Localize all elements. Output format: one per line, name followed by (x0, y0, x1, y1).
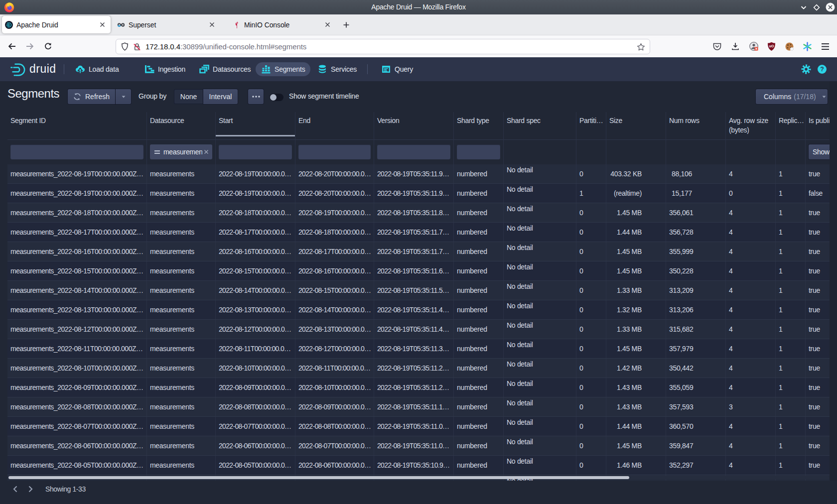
nav-item-query[interactable]: Query (381, 60, 413, 79)
cell-value: 1.45 MB (609, 209, 642, 217)
help-icon[interactable]: ? (817, 64, 827, 74)
table-row[interactable]: measurements_2022-08-14T00:00:00.000Z…me… (7, 281, 830, 300)
filter-input[interactable] (219, 144, 292, 159)
column-header-datasource[interactable]: Datasource (147, 112, 216, 139)
tab-close-button[interactable] (96, 19, 108, 31)
shield-icon[interactable] (121, 42, 129, 52)
table-row[interactable]: measurements_2022-08-09T00:00:00.000Z…me… (7, 378, 830, 397)
column-header-version[interactable]: Version (374, 112, 454, 139)
table-row[interactable]: measurements_2022-08-10T00:00:00.000Z…me… (7, 359, 830, 378)
shield-icon (121, 42, 129, 51)
table-row[interactable]: measurements_2022-08-11T00:00:00.000Z…me… (7, 339, 830, 359)
refresh-dropdown-button[interactable] (116, 89, 131, 104)
table-row[interactable]: measurements_2022-08-19T00:00:00.000Z…me… (7, 184, 830, 203)
druid-wordmark[interactable]: druid (29, 62, 56, 76)
close-icon (324, 21, 331, 28)
filter-input[interactable] (377, 144, 450, 159)
segment-timeline-toggle[interactable] (270, 94, 283, 101)
hamburger-menu-icon (821, 43, 830, 50)
filter-cell (504, 139, 576, 164)
horizontal-scrollbar-thumb[interactable] (8, 476, 629, 479)
table-row[interactable]: measurements_2022-08-07T00:00:00.000Z…me… (7, 417, 830, 436)
column-header-is-published[interactable]: Is published (806, 112, 830, 139)
more-options-button[interactable] (248, 89, 264, 104)
column-header-segment-id[interactable]: Segment ID (7, 112, 147, 139)
horizontal-scrollbar[interactable] (7, 476, 830, 479)
filter-input[interactable] (457, 144, 500, 159)
forward-button[interactable] (22, 38, 38, 54)
column-header-start[interactable]: Start (216, 112, 295, 139)
column-header-shard-type[interactable]: Shard type (454, 112, 504, 139)
columns-button-label: Columns (764, 93, 791, 101)
nav-item-services[interactable]: Services (317, 60, 357, 79)
account-button[interactable] (746, 39, 761, 54)
cell-end: 2022-08-08T00:00:00.0… (295, 417, 374, 436)
new-tab-button[interactable] (339, 18, 353, 32)
back-button[interactable] (4, 38, 20, 54)
table-row[interactable]: measurements_2022-08-18T00:00:00.000Z…me… (7, 203, 830, 223)
cell-version: 2022-08-19T05:35:11.6… (374, 261, 454, 280)
column-header-partiti-[interactable]: Partiti… (576, 112, 606, 139)
datasource-filter-chip[interactable]: measurements (150, 144, 212, 159)
table-row[interactable]: measurements_2022-08-13T00:00:00.000Z…me… (7, 300, 830, 320)
is-published-filter-button[interactable]: Show all (809, 144, 830, 159)
reload-button[interactable] (40, 38, 56, 54)
bookmark-star-button[interactable] (637, 43, 645, 53)
cell-value: 1.42 MB (609, 364, 642, 372)
nav-item-segments[interactable]: Segments (256, 62, 310, 76)
nav-item-ingestion[interactable]: Ingestion (144, 60, 185, 79)
remove-filter-icon[interactable] (203, 149, 209, 155)
menu-button[interactable] (818, 39, 833, 54)
cookie-extension-button[interactable] (782, 39, 797, 54)
downloads-button[interactable] (728, 39, 743, 54)
table-row[interactable]: measurements_2022-08-08T00:00:00.000Z…me… (7, 397, 830, 417)
refresh-button[interactable]: Refresh (68, 89, 115, 104)
cell-datasource: measurements (147, 436, 216, 455)
window-minimize-button[interactable] (798, 2, 809, 12)
cell-value: 357,593 (669, 403, 692, 411)
tab-apache-druid[interactable]: Apache Druid (2, 16, 111, 33)
group-by-none-button[interactable]: None (174, 89, 203, 104)
table-row[interactable]: measurements_2022-08-06T00:00:00.000Z…me… (7, 436, 830, 456)
group-by-interval-button[interactable]: Interval (203, 89, 238, 104)
segments-table: Segment IDDatasourceStartEndVersionShard… (7, 112, 830, 481)
pocket-button[interactable] (709, 39, 724, 54)
nav-item-load-data[interactable]: Load data (75, 60, 119, 79)
next-page-button[interactable] (24, 483, 36, 495)
table-row[interactable]: measurements_2022-08-15T00:00:00.000Z…me… (7, 261, 830, 281)
table-row[interactable]: measurements_2022-08-19T00:00:00.000Z…me… (7, 164, 830, 184)
cell-is-published: true (806, 223, 830, 242)
url-bar[interactable]: 172.18.0.4:30899/unified-console.html#se… (116, 39, 650, 54)
table-row[interactable]: measurements_2022-08-12T00:00:00.000Z…me… (7, 320, 830, 339)
tab-minio-console[interactable]: MinIO Console (227, 16, 336, 33)
druid-logo-icon[interactable] (10, 63, 27, 76)
filter-input[interactable] (10, 144, 143, 159)
table-body: measurements_2022-08-19T00:00:00.000Z…me… (7, 164, 830, 481)
tab-close-button[interactable] (321, 19, 333, 31)
column-header-end[interactable]: End (295, 112, 374, 139)
columns-button[interactable]: Columns (17/18) (756, 89, 828, 104)
window-maximize-button[interactable] (811, 2, 822, 12)
table-row[interactable]: measurements_2022-08-17T00:00:00.000Z…me… (7, 223, 830, 242)
column-header-num-rows[interactable]: Num rows (666, 112, 726, 139)
tab-close-button[interactable] (206, 19, 218, 31)
table-row[interactable]: measurements_2022-08-16T00:00:00.000Z…me… (7, 242, 830, 261)
settings-gear-icon[interactable] (801, 64, 811, 74)
previous-page-button[interactable] (9, 483, 21, 495)
close-circle-icon (826, 2, 835, 12)
nav-item-datasources[interactable]: Datasources (199, 60, 251, 79)
column-header-shard-spec[interactable]: Shard spec (504, 112, 576, 139)
table-row[interactable]: measurements_2022-08-05T00:00:00.000Z…me… (7, 456, 830, 475)
lock-insecure-icon[interactable] (133, 42, 141, 52)
window-close-button[interactable] (825, 2, 836, 12)
column-header-avg-row-size-bytes-[interactable]: Avg. row size (bytes) (726, 112, 776, 139)
filter-cell (776, 139, 806, 164)
column-header-size[interactable]: Size (606, 112, 666, 139)
reload-icon (44, 42, 52, 51)
cell-replic-: 1 (776, 320, 806, 339)
column-header-replic-[interactable]: Replic… (776, 112, 806, 139)
extension-asterisk-button[interactable] (800, 39, 815, 54)
filter-input[interactable] (298, 144, 371, 159)
tab-superset[interactable]: Superset (112, 16, 220, 33)
ublock-button[interactable]: uO (764, 39, 779, 54)
